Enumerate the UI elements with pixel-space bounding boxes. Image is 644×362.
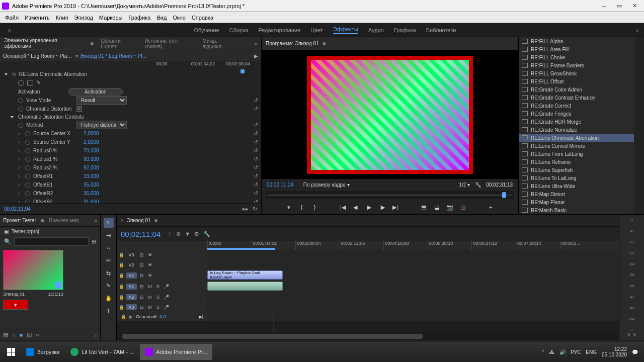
r1-value[interactable]: 90,000 (84, 156, 114, 162)
lock-icon[interactable]: 🔒 (119, 262, 124, 267)
mask-pen-icon[interactable]: ✎ (36, 79, 41, 86)
fx-item[interactable]: RE:Map Distort (519, 190, 634, 198)
mark-in-icon[interactable]: ▾ (285, 204, 293, 211)
bin-thumbnail[interactable] (3, 250, 63, 290)
pen-tool-icon[interactable]: ✎ (104, 281, 114, 291)
menu-help[interactable]: Справка (192, 15, 213, 21)
ws-color[interactable]: Цвет (310, 27, 323, 33)
timeline-ruler[interactable]: ;00;00 00;01;04;02 00;02;08;04 00;03;12;… (117, 241, 619, 250)
snap-icon[interactable]: ⊹ (168, 231, 172, 237)
minimize-button[interactable]: ─ (597, 3, 612, 9)
set-out-icon[interactable]: } (311, 204, 319, 210)
new-item-icon[interactable]: ▤ (3, 331, 8, 338)
tab-source[interactable]: Источник: (нет клипов) (144, 38, 195, 49)
sync-lock-icon[interactable]: ⊟ (139, 294, 145, 300)
ws-editing[interactable]: Редактирование (258, 27, 300, 33)
sync-lock-icon[interactable]: ⊟ (139, 252, 145, 258)
panel-menu-icon[interactable]: ≡ (94, 332, 97, 338)
go-out-icon[interactable]: ▶| (391, 204, 399, 211)
fx-item[interactable]: RE:Lens Ultra-Wide (519, 182, 634, 190)
keyframe-toggle[interactable] (25, 140, 30, 145)
search-icon[interactable]: 🔍 (4, 238, 11, 245)
icon-view-icon[interactable]: ■ (19, 332, 23, 338)
menu-markers[interactable]: Маркеры (99, 15, 123, 21)
collapse-icon[interactable] (11, 116, 14, 118)
list-view-icon[interactable]: ≡ (12, 332, 15, 338)
tab-effect-controls[interactable]: Элементы управления эффектами (4, 38, 83, 49)
lock-icon[interactable]: 🔒 (121, 314, 126, 319)
fx-item[interactable]: RE:FILL Frame Borders (519, 61, 634, 69)
lock-icon[interactable]: 🔒 (119, 273, 124, 278)
solo-icon[interactable]: S (155, 294, 161, 300)
reset-button[interactable] (254, 173, 258, 179)
ec-play-icon[interactable]: ▸▸ (243, 206, 249, 212)
reset-button[interactable] (254, 130, 258, 137)
scrub-thumb[interactable] (502, 192, 506, 198)
taskbar-chrome[interactable]: Lil Uzi Vert - 7AM - ... (65, 344, 139, 360)
scx-value[interactable]: 2,0000 (84, 131, 114, 136)
panel-menu-icon[interactable]: ≡ (91, 41, 94, 46)
timeline-timecode[interactable]: 00;02;11;04 (121, 230, 160, 238)
eye-icon[interactable]: 👁 (147, 262, 153, 268)
tab-lumetri-scopes[interactable]: Области Lumetri (101, 38, 137, 49)
panel-menu-icon[interactable]: ≡ (41, 218, 44, 223)
step-back-icon[interactable]: ◀| (352, 204, 360, 211)
menu-clip[interactable]: Клип (56, 15, 68, 21)
activation-button[interactable]: Activation (68, 88, 123, 96)
zoom-slider[interactable]: ○ (36, 332, 39, 338)
fx-item[interactable]: RE:FILL GrowShrink (519, 69, 634, 77)
fx-item[interactable]: RE:Map Planar (519, 198, 634, 206)
video-clip[interactable]: fx Leg Room ~ Playboi Carti (LEAK).mp4 (207, 270, 283, 280)
slip-tool-icon[interactable]: ⇆ (104, 268, 114, 278)
fx-item[interactable]: RE:Grade Contrast Enhance (519, 94, 634, 102)
go-in-icon[interactable]: |◀ (339, 204, 347, 211)
track-v3[interactable]: V3 (126, 252, 137, 258)
keyframe-toggle[interactable] (25, 174, 30, 179)
tab-project[interactable]: Проект: Tester (3, 218, 36, 223)
start-button[interactable] (2, 344, 20, 360)
extract-icon[interactable]: ⬓ (433, 204, 441, 211)
play-icon[interactable]: ▶ (365, 204, 373, 211)
panel-overflow-icon[interactable]: » (254, 41, 257, 46)
viewmode-select[interactable]: Result (76, 96, 127, 105)
chromatic-checkbox[interactable]: ✓ (76, 106, 82, 112)
fx-item[interactable]: RE:Grade Color Admin (519, 85, 634, 94)
ob2-value[interactable]: 31,000 (84, 199, 114, 203)
lift-icon[interactable]: ⬒ (420, 204, 428, 211)
reset-button[interactable] (254, 97, 258, 104)
sync-lock-icon[interactable]: ⊟ (139, 284, 145, 290)
keyframe-toggle[interactable] (25, 191, 30, 196)
ob1-value[interactable]: 35,000 (84, 182, 114, 188)
scy-value[interactable]: 2,0000 (84, 139, 114, 145)
set-in-icon[interactable]: { (298, 204, 306, 210)
tray-lang[interactable]: РУС (571, 349, 581, 355)
master-value[interactable]: 0,0 (159, 314, 166, 319)
action-center-icon[interactable]: 💬 (632, 349, 638, 355)
mask-rect-icon[interactable] (27, 80, 33, 86)
fx-item[interactable]: RE:FILL Alpha (519, 37, 634, 45)
reset-button[interactable] (254, 106, 258, 112)
program-monitor[interactable] (262, 50, 518, 179)
ws-graphics[interactable]: Графика (394, 27, 416, 33)
monitor-scrubber[interactable] (266, 191, 514, 199)
fx-item[interactable]: RE:Lens Superfish (519, 166, 634, 174)
goto-playhead-icon[interactable]: ▶ (254, 53, 258, 59)
reset-button[interactable] (254, 199, 258, 203)
track-a1[interactable]: A1 (126, 284, 137, 290)
fx-item[interactable]: RE:FILL Choke (519, 53, 634, 61)
sync-lock-icon[interactable]: ⊟ (139, 262, 145, 268)
reset-button[interactable] (254, 147, 258, 154)
tab-audio-mixer[interactable]: Микш. аудиокл... (203, 38, 240, 49)
selection-tool-icon[interactable]: ↖ (104, 218, 114, 228)
keyframe-toggle[interactable] (25, 157, 30, 162)
timeline-scrollbar[interactable] (117, 333, 619, 340)
eye-icon[interactable]: 👁 (147, 273, 153, 279)
fx-item[interactable]: RE:Grade Correct (519, 102, 634, 110)
close-button[interactable]: ✕ (627, 3, 642, 9)
grid-icon[interactable]: ⊞ (92, 238, 96, 245)
home-icon[interactable]: ⌂ (5, 26, 14, 35)
track-a3[interactable]: A3 (126, 304, 137, 310)
fx-item[interactable]: RE:Lens Reframe (519, 158, 634, 166)
fx-item[interactable]: RE:Lens Chromatic Aberration (519, 134, 634, 142)
keyframe-toggle[interactable] (25, 183, 30, 188)
